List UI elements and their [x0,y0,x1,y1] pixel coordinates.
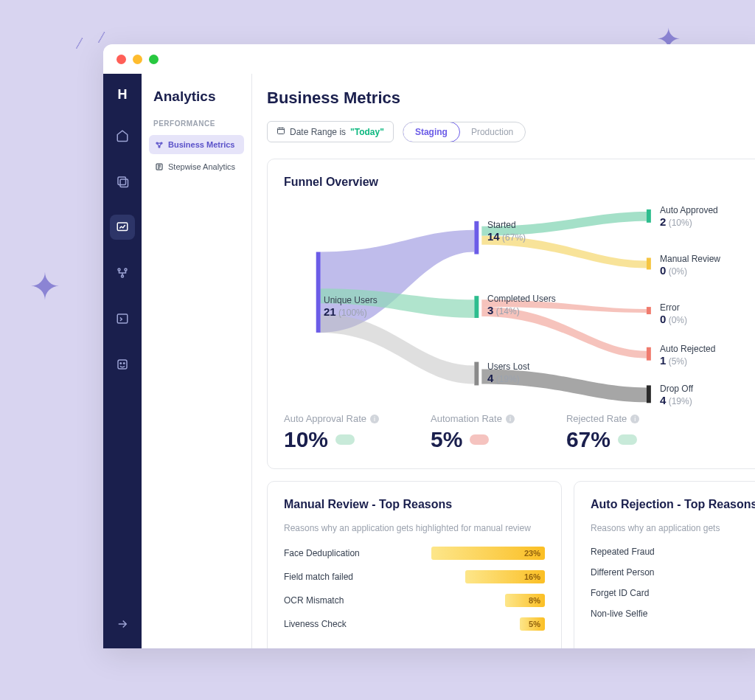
window-minimize-button[interactable] [133,55,142,64]
auto-rejection-card: Auto Rejection - Top Reasons Reasons why… [574,481,755,648]
svg-point-10 [156,142,158,144]
staging-button[interactable]: Staging [403,122,460,142]
date-range-filter[interactable]: Date Range is "Today" [267,121,394,142]
reason-label: OCR Mismatch [284,595,431,606]
reason-bar: 5% [520,617,545,631]
reason-bar: 23% [431,547,545,560]
funnel-node-auto-approved: Auto Approved 2 (10%) [660,205,718,228]
svg-point-8 [120,363,122,364]
svg-rect-23 [647,385,651,403]
reason-bar-track: 5% [431,617,545,631]
manual-review-title: Manual Review - Top Reasons [284,498,545,511]
svg-rect-17 [474,296,479,318]
trend-pill-icon [618,434,637,445]
svg-point-3 [118,268,120,271]
reason-row: Field match failed 16% [284,570,545,583]
funnel-node-drop-off: Drop Off 4 (19%) [660,384,693,406]
svg-rect-14 [278,128,285,134]
funnel-chart: Unique Users 21 (100%) Started 14 (67%) … [284,201,753,407]
reason-row: Different Person [591,567,755,578]
workflow-icon[interactable] [110,260,135,285]
app-window: H Analytics [103,44,755,648]
date-range-value: "Today" [350,127,384,137]
auto-rejection-subtitle: Reasons why an application gets [591,523,755,533]
sidebar-item-label: Business Metrics [168,140,234,149]
reason-bar-track: 16% [431,570,545,583]
date-range-label: Date Range is [290,127,346,137]
svg-rect-22 [647,347,651,361]
reason-label: Field match failed [284,572,431,582]
reason-row: OCR Mismatch 8% [284,594,545,607]
reason-bar: 16% [465,570,545,583]
app-logo-icon[interactable]: H [118,87,128,103]
automation-rate: Automation Ratei 5% [431,413,515,452]
trend-pill-icon [335,434,355,445]
sidebar-title: Analytics [149,89,244,105]
svg-rect-6 [117,314,128,323]
reason-row: Non-live Selfie [591,609,755,619]
auto-approval-rate: Auto Approval Ratei 10% [284,413,379,452]
svg-point-4 [125,268,127,271]
main-content: Business Metrics Date Range is "Today" S… [252,74,755,648]
funnel-title: Funnel Overview [284,176,753,189]
rates-row: Auto Approval Ratei 10% Automation Ratei… [284,413,753,452]
reason-label: Forget ID Card [591,588,738,598]
reason-bar: 8% [505,594,545,607]
funnel-node-lost: Users Lost 4 (19%) [487,361,529,384]
reason-bar-track: 23% [431,547,545,560]
sparkle-decoration-icon: ✦ [29,266,60,308]
svg-rect-19 [647,209,651,223]
sidebar-item-label: Stepwise Analytics [168,162,235,171]
metrics-icon [155,140,164,149]
reason-label: Different Person [591,567,738,578]
sidebar-item-business-metrics[interactable]: Business Metrics [149,135,244,154]
info-icon[interactable]: i [506,415,515,423]
sidebar-item-stepwise-analytics[interactable]: Stepwise Analytics [149,157,244,176]
trend-pill-icon [470,434,489,445]
svg-point-11 [161,142,162,144]
production-button[interactable]: Production [459,122,525,142]
layers-icon[interactable] [110,169,135,194]
reason-label: Repeated Fraud [591,547,738,557]
stepwise-icon [155,162,164,171]
funnel-node-error: Error 0 (0%) [660,302,687,325]
nav-rail: H [103,74,142,648]
reason-label: Non-live Selfie [591,609,738,619]
terminal-icon[interactable] [110,306,135,331]
sidebar-section-label: PERFORMANCE [149,119,244,128]
svg-rect-20 [647,258,651,270]
svg-point-12 [159,146,160,148]
window-close-button[interactable] [116,55,126,64]
reason-row: Repeated Fraud [591,547,755,557]
reason-row: Forget ID Card [591,588,755,598]
svg-rect-16 [474,221,479,254]
window-titlebar [103,44,755,74]
emoji-icon[interactable] [110,352,135,377]
manual-review-subtitle: Reasons why an application gets highligh… [284,523,545,533]
svg-rect-18 [474,362,479,386]
svg-rect-0 [118,177,126,185]
collapse-rail-icon[interactable] [116,617,129,648]
funnel-node-auto-rejected: Auto Rejected 1 (5%) [660,344,715,367]
svg-rect-21 [647,307,651,314]
svg-rect-1 [120,179,128,187]
info-icon[interactable]: i [630,415,639,423]
svg-rect-15 [316,252,321,333]
svg-point-9 [124,363,125,364]
reason-label: Liveness Check [284,619,431,629]
funnel-node-started: Started 14 (67%) [487,220,526,243]
funnel-overview-card: Funnel Overview [267,159,755,469]
rejected-rate: Rejected Ratei 67% [566,413,639,452]
calendar-icon [276,126,285,137]
reason-row: Liveness Check 5% [284,617,545,631]
window-maximize-button[interactable] [149,55,159,64]
info-icon[interactable]: i [370,415,379,423]
reason-cards-row: Manual Review - Top Reasons Reasons why … [267,481,755,648]
analytics-icon[interactable] [110,215,135,240]
reason-row: Face Deduplication 23% [284,547,545,560]
home-icon[interactable] [110,123,135,148]
funnel-node-unique: Unique Users 21 (100%) [324,295,378,318]
funnel-node-manual-review: Manual Review 0 (0%) [660,254,720,277]
page-title: Business Metrics [267,89,755,108]
svg-rect-2 [117,223,128,231]
